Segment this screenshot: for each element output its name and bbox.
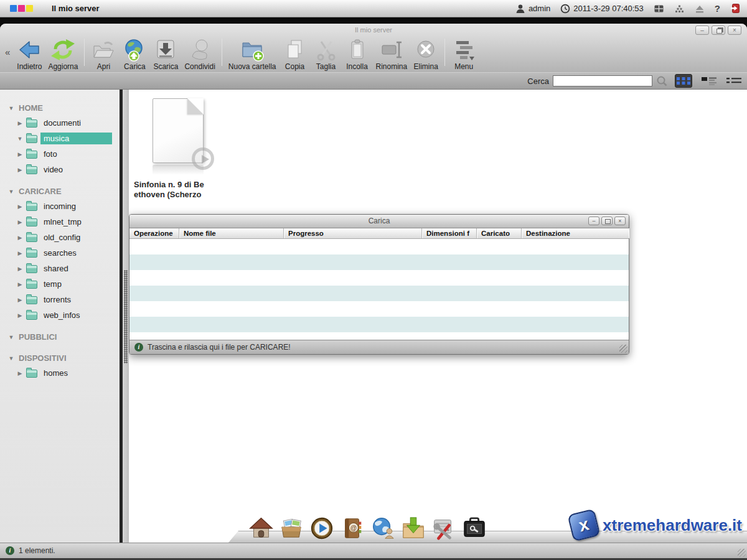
logout-button[interactable] (730, 3, 741, 14)
sidebar-item-video[interactable]: video (0, 162, 120, 177)
sidebar-item-homes[interactable]: homes (0, 365, 120, 381)
download-button[interactable]: Scarica (150, 37, 181, 72)
search-input[interactable] (553, 75, 652, 86)
network-users-icon (370, 516, 395, 541)
sidebar-splitter[interactable] (123, 90, 129, 543)
watermark: x xtremehardware.it (570, 511, 742, 539)
menu-button[interactable]: Menu (448, 37, 479, 72)
sidebar-item-mlnet-tmp[interactable]: mlnet_tmp (0, 214, 120, 230)
open-button[interactable]: Apri (88, 37, 119, 72)
file-view-area[interactable]: Sinfonia n. 9 di Be ethoven (Scherzo Car… (129, 90, 747, 543)
folder-icon (26, 218, 37, 226)
sidebar-section-dispositivi[interactable]: DISPOSITIVI (0, 351, 120, 365)
os-logo[interactable] (10, 5, 33, 12)
xtremehardware-logo-icon: x (567, 508, 600, 541)
svg-text:@: @ (350, 525, 357, 531)
sidebar-section-home[interactable]: HOME (0, 101, 120, 115)
refresh-button[interactable]: Aggiorna (45, 37, 81, 72)
sidebar-section-caricare[interactable]: CARICARE (0, 184, 120, 198)
toolbar: « Indietro Aggiorna (0, 36, 747, 72)
dialog-close-button[interactable]: × (614, 217, 626, 225)
chevron-right-icon (17, 250, 23, 256)
window-resize-grip[interactable] (738, 549, 746, 557)
chevron-right-icon (17, 120, 23, 126)
toolbar-collapse-button[interactable]: « (2, 47, 14, 62)
dock-disk-utility-button[interactable] (431, 516, 456, 541)
sidebar-item-musica[interactable]: musica (0, 131, 120, 146)
column-progresso[interactable]: Progresso (284, 228, 422, 238)
upload-dialog: Carica – × Operazione Nome file Progress… (129, 214, 629, 355)
sidebar-item-torrents[interactable]: torrents (0, 292, 120, 307)
sidebar-item-shared[interactable]: shared (0, 261, 120, 276)
dock-address-book-button[interactable]: @ (340, 516, 365, 541)
share-button[interactable]: Condividi (181, 37, 218, 72)
window-titlebar[interactable]: Il mio server – × (0, 24, 747, 36)
file-item-audio[interactable]: Sinfonia n. 9 di Be ethoven (Scherzo (134, 96, 222, 200)
sidebar-item-old-config[interactable]: old_config (0, 230, 120, 245)
dialog-maximize-button[interactable] (601, 217, 613, 225)
copy-button[interactable]: Copia (280, 37, 311, 72)
dock-photo-gallery-button[interactable] (279, 516, 304, 541)
user-menu[interactable]: admin (515, 4, 550, 14)
dock-toolbox-button[interactable] (462, 516, 487, 541)
clock-icon (560, 4, 570, 14)
column-destinazione[interactable]: Destinazione (522, 228, 629, 238)
chevron-right-icon (17, 297, 23, 303)
menu-icon (451, 38, 476, 62)
file-manager-window: Il mio server – × « Indietro (0, 24, 747, 560)
download-box-icon (153, 38, 178, 62)
folder-icon (26, 151, 37, 159)
cut-button[interactable]: Taglia (311, 37, 342, 72)
paste-button[interactable]: Incolla (342, 37, 373, 72)
splitter-grip-handle[interactable] (124, 270, 128, 363)
chevron-down-icon (8, 334, 14, 340)
upload-dialog-titlebar[interactable]: Carica – × (129, 215, 629, 228)
dock-media-player-button[interactable] (309, 516, 334, 541)
window-close-button[interactable]: × (728, 26, 741, 35)
search-icon[interactable] (656, 75, 667, 86)
window-restore-button[interactable] (712, 26, 725, 35)
folder-icon (26, 135, 37, 143)
rename-button[interactable]: Rinomina (373, 37, 411, 72)
sidebar-section-pubblici[interactable]: PUBBLICI (0, 330, 120, 344)
sidebar-item-searches[interactable]: searches (0, 245, 120, 261)
dock-network-users-button[interactable] (370, 516, 395, 541)
delete-icon (413, 38, 438, 62)
apps-grid-button[interactable] (654, 4, 664, 14)
folder-icon (26, 296, 37, 304)
sidebar-item-temp[interactable]: temp (0, 276, 120, 292)
eject-button[interactable] (695, 4, 705, 14)
media-player-icon (309, 516, 334, 541)
upload-dialog-title: Carica (129, 215, 629, 228)
delete-button[interactable]: Elimina (410, 37, 441, 72)
view-details-button[interactable] (726, 75, 742, 86)
sidebar-item-foto[interactable]: foto (0, 146, 120, 162)
sidebar-item-incoming[interactable]: incoming (0, 198, 120, 214)
sidebar-item-documenti[interactable]: documenti (0, 115, 120, 131)
dock-downloads-button[interactable] (401, 516, 426, 541)
chevron-right-icon (17, 266, 23, 272)
help-button[interactable]: ? (715, 3, 720, 14)
search-label: Cerca (527, 77, 549, 86)
tasks-button[interactable] (674, 4, 685, 14)
audio-file-icon (153, 98, 204, 163)
upload-button[interactable]: Carica (119, 37, 150, 72)
view-thumbnails-button[interactable] (675, 74, 692, 88)
back-button[interactable]: Indietro (14, 37, 45, 72)
new-folder-button[interactable]: Nuova cartella (225, 37, 280, 72)
dialog-resize-grip[interactable] (619, 345, 627, 353)
window-minimize-button[interactable]: – (695, 26, 709, 35)
dock-home-button[interactable] (248, 516, 273, 541)
sidebar-item-web-infos[interactable]: web_infos (0, 307, 120, 323)
dialog-minimize-button[interactable]: – (588, 217, 599, 225)
chevron-right-icon (17, 219, 23, 225)
column-operazione[interactable]: Operazione (129, 228, 179, 238)
column-caricato[interactable]: Caricato (477, 228, 522, 238)
toolbar-separator (444, 39, 445, 66)
chevron-down-icon (8, 105, 14, 111)
view-list-button[interactable] (701, 75, 717, 86)
column-nome-file[interactable]: Nome file (179, 228, 284, 238)
column-dimensioni[interactable]: Dimensioni f (422, 228, 477, 238)
upload-drop-zone[interactable] (129, 239, 629, 340)
new-folder-icon (240, 38, 265, 62)
